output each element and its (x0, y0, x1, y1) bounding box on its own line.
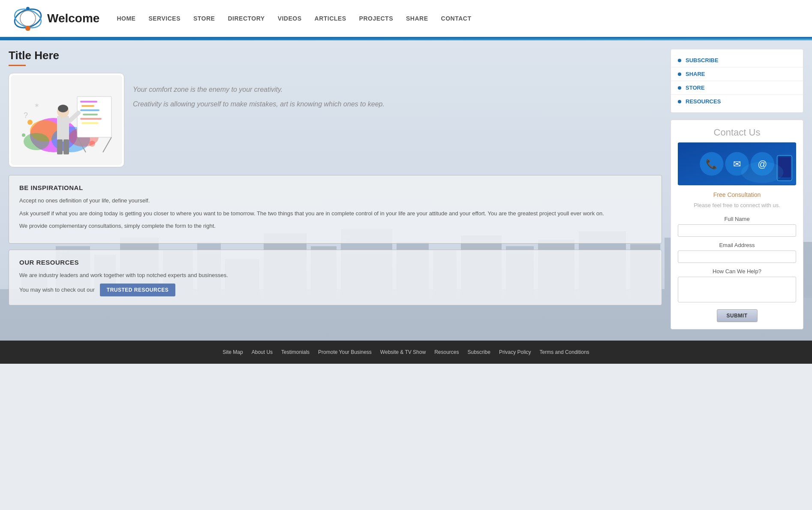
svg-text:?: ? (24, 111, 28, 120)
svg-point-54 (58, 105, 68, 112)
sidebar-link-label: STORE (686, 84, 705, 91)
footer-link[interactable]: About Us (252, 349, 273, 355)
sidebar-bullet (678, 72, 681, 76)
sidebar-link-item[interactable]: SHARE (671, 67, 803, 81)
footer-link[interactable]: Terms and Conditions (540, 349, 589, 355)
help-textarea[interactable] (678, 277, 796, 302)
svg-rect-61 (83, 114, 98, 115)
inspirational-para1: Accept no ones definition of your life, … (19, 196, 651, 205)
main-nav: HOMESERVICESSTOREDIRECTORYVIDEOSARTICLES… (117, 15, 471, 22)
svg-text:∗: ∗ (34, 102, 39, 109)
site-title: Welcome (47, 12, 99, 25)
resources-box: OUR RESOURCES We are industry leaders an… (9, 250, 662, 306)
inspirational-para3: We provide complementary consultations, … (19, 222, 651, 230)
email-label: Email Address (678, 242, 796, 248)
svg-rect-49 (77, 97, 111, 137)
hero-area: ? 💡 ∗ (9, 73, 662, 167)
quote-2: Creativity is allowing yourself to make … (133, 100, 385, 108)
svg-point-41 (27, 120, 33, 125)
sidebar-link-item[interactable]: STORE (671, 81, 803, 95)
svg-rect-58 (80, 101, 97, 103)
svg-point-45 (89, 141, 95, 147)
svg-point-73 (741, 162, 784, 183)
resources-para1: We are industry leaders and work togethe… (19, 271, 651, 280)
sidebar-bullet (678, 86, 681, 90)
svg-rect-59 (81, 105, 94, 107)
inspirational-heading: BE INSPIRATIONAL (19, 184, 651, 191)
consultation-text: Please feel free to connect with us. (694, 202, 780, 208)
svg-point-44 (22, 133, 25, 137)
footer-link[interactable]: Website & TV Show (380, 349, 426, 355)
footer-link[interactable]: Subscribe (468, 349, 490, 355)
svg-point-2 (20, 11, 36, 26)
sidebar-link-label: SHARE (686, 71, 705, 77)
logo-icon (13, 3, 43, 33)
svg-text:📞: 📞 (706, 158, 718, 170)
svg-point-39 (24, 133, 49, 150)
quote-1: Your comfort zone is the enemy to your c… (133, 86, 385, 94)
svg-rect-63 (81, 122, 99, 124)
inspirational-box: BE INSPIRATIONAL Accept no ones definiti… (9, 175, 662, 244)
hero-image: ? 💡 ∗ (9, 73, 124, 167)
trusted-resources-line: You may wish to check out our TRUSTED RE… (19, 284, 651, 296)
trusted-prefix: You may wish to check out our (19, 286, 95, 294)
sidebar-bullet (678, 100, 681, 103)
sidebar-bullet (678, 59, 681, 62)
svg-text:✉: ✉ (733, 159, 741, 169)
nav-services[interactable]: SERVICES (148, 15, 180, 22)
full-name-label: Full Name (678, 216, 796, 222)
contact-image: 📞 ✉ @ (678, 142, 796, 185)
footer-links: Site MapAbout UsTestimonialsPromote Your… (9, 349, 803, 355)
sidebar-link-label: SUBSCRIBE (686, 57, 719, 63)
page-title: Title Here (9, 49, 662, 62)
svg-rect-62 (80, 118, 102, 120)
resources-heading: OUR RESOURCES (19, 259, 651, 266)
title-underline (9, 65, 26, 66)
nav-share[interactable]: SHARE (406, 15, 428, 22)
sidebar-link-item[interactable]: SUBSCRIBE (671, 54, 803, 67)
contact-box: Contact Us 📞 ✉ (671, 120, 803, 329)
svg-rect-60 (80, 109, 99, 111)
footer: Site MapAbout UsTestimonialsPromote Your… (0, 341, 812, 364)
nav-contact[interactable]: CONTACT (441, 15, 472, 22)
trusted-resources-button[interactable]: TRUSTED RESOURCES (100, 284, 176, 296)
nav-store[interactable]: STORE (193, 15, 215, 22)
nav-directory[interactable]: DIRECTORY (228, 15, 265, 22)
footer-link[interactable]: Privacy Policy (499, 349, 531, 355)
svg-point-4 (26, 7, 30, 10)
header: Welcome HOMESERVICESSTOREDIRECTORYVIDEOS… (0, 0, 812, 39)
sidebar-link-label: RESOURCES (686, 98, 721, 105)
contact-title: Contact Us (678, 127, 796, 138)
nav-home[interactable]: HOME (117, 15, 135, 22)
svg-rect-52 (57, 116, 69, 142)
svg-rect-57 (63, 139, 69, 154)
consultation-title: Free Consultation (678, 190, 796, 199)
footer-link[interactable]: Site Map (223, 349, 243, 355)
sidebar-links: SUBSCRIBESHARESTORERESOURCES (671, 49, 803, 113)
help-label: How Can We Help? (678, 268, 796, 275)
left-col: Title Here (9, 49, 662, 332)
hero-quotes: Your comfort zone is the enemy to your c… (133, 73, 385, 115)
logo-area: Welcome (13, 3, 99, 33)
content-wrapper: Title Here (0, 40, 812, 341)
footer-link[interactable]: Promote Your Business (318, 349, 372, 355)
right-col: SUBSCRIBESHARESTORERESOURCES Contact Us (671, 49, 803, 332)
sidebar-link-item[interactable]: RESOURCES (671, 95, 803, 108)
svg-rect-56 (57, 139, 63, 154)
inspirational-para2: Ask yourself if what you are doing today… (19, 209, 651, 218)
footer-link[interactable]: Resources (434, 349, 459, 355)
footer-link[interactable]: Testimonials (281, 349, 310, 355)
nav-videos[interactable]: VIDEOS (278, 15, 302, 22)
nav-projects[interactable]: PROJECTS (359, 15, 393, 22)
nav-articles[interactable]: ARTICLES (315, 15, 346, 22)
full-name-input[interactable] (678, 224, 796, 237)
contact-subtext: Free Consultation Please feel free to co… (678, 190, 796, 210)
email-input[interactable] (678, 250, 796, 263)
svg-point-3 (25, 26, 30, 31)
submit-button[interactable]: SUBMIT (717, 309, 758, 322)
